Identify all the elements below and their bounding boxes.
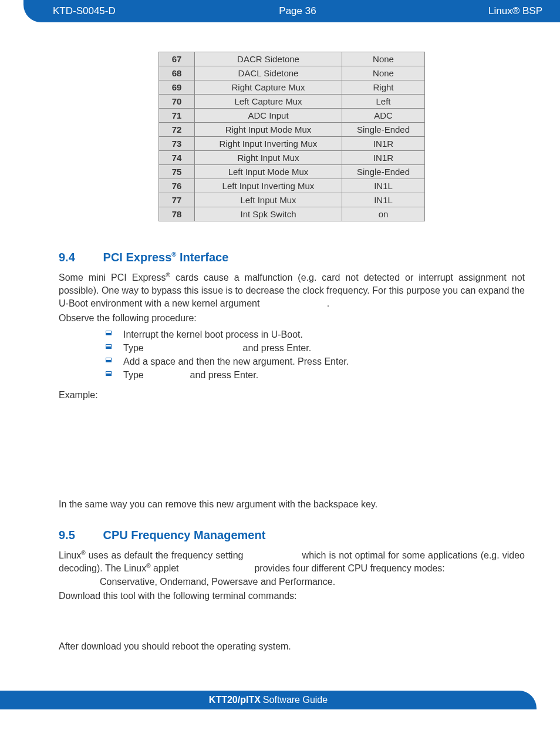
example-label: Example:	[59, 389, 525, 402]
row-name: Left Input Mode Mux	[195, 165, 342, 179]
row-value: Single-Ended	[342, 165, 425, 179]
row-name: Left Capture Mux	[195, 95, 342, 109]
register-table: 67DACR SidetoneNone68DACL SidetoneNone69…	[158, 52, 425, 221]
row-number: 70	[159, 95, 195, 109]
cpu-modes-list: Conservative, Ondemand, Powersave and Pe…	[59, 577, 525, 587]
list-item: Type and press Enter.	[106, 341, 525, 355]
row-number: 73	[159, 137, 195, 151]
row-value: None	[342, 52, 425, 66]
row-number: 75	[159, 165, 195, 179]
row-name: Right Input Mux	[195, 151, 342, 165]
row-value: IN1R	[342, 137, 425, 151]
row-value: Right	[342, 80, 425, 95]
row-name: DACL Sidetone	[195, 66, 342, 80]
table-row: 69Right Capture MuxRight	[159, 80, 425, 95]
row-number: 69	[159, 80, 195, 95]
section-number: 9.5	[59, 529, 100, 542]
row-name: Left Input Inverting Mux	[195, 179, 342, 193]
table-row: 72Right Input Mode MuxSingle-Ended	[159, 123, 425, 137]
row-value: IN1R	[342, 151, 425, 165]
footer-bold: KTT20/pITX	[209, 695, 261, 705]
table-row: 68DACL SidetoneNone	[159, 66, 425, 80]
row-value: IN1L	[342, 179, 425, 193]
page-number: Page 36	[216, 5, 379, 17]
table-row: 71ADC InputADC	[159, 109, 425, 123]
list-item: Interrupt the kernel boot process in U-B…	[106, 328, 525, 341]
row-value: None	[342, 66, 425, 80]
row-name: Right Input Inverting Mux	[195, 137, 342, 151]
row-value: on	[342, 207, 425, 221]
table-row: 73Right Input Inverting MuxIN1R	[159, 137, 425, 151]
section-9-4-heading: 9.4 PCI Express® Interface	[59, 251, 525, 264]
sec94-paragraph-3: In the same way you can remove this new …	[59, 498, 525, 511]
example-placeholder	[59, 404, 525, 498]
sec94-paragraph-2: Observe the following procedure:	[59, 312, 525, 325]
doc-id: KTD-S0045-D	[53, 5, 216, 17]
row-value: Single-Ended	[342, 123, 425, 137]
command-placeholder	[59, 605, 525, 640]
table-row: 77Left Input MuxIN1L	[159, 193, 425, 207]
row-number: 71	[159, 109, 195, 123]
procedure-list: Interrupt the kernel boot process in U-B…	[59, 328, 525, 382]
row-name: Right Input Mode Mux	[195, 123, 342, 137]
table-row: 67DACR SidetoneNone	[159, 52, 425, 66]
page-content: 67DACR SidetoneNone68DACL SidetoneNone69…	[0, 22, 560, 673]
sec95-paragraph-1: Linux® uses as default the frequency set…	[59, 549, 525, 575]
row-number: 67	[159, 52, 195, 66]
row-name: DACR Sidetone	[195, 52, 342, 66]
list-item: Add a space and then the new argument. P…	[106, 355, 525, 368]
list-item: Type and press Enter.	[106, 368, 525, 382]
sec94-paragraph-1: Some mini PCI Express® cards cause a mal…	[59, 271, 525, 309]
table-row: 76Left Input Inverting MuxIN1L	[159, 179, 425, 193]
section-number: 9.4	[59, 251, 100, 264]
row-number: 76	[159, 179, 195, 193]
row-number: 68	[159, 66, 195, 80]
row-number: 74	[159, 151, 195, 165]
row-number: 72	[159, 123, 195, 137]
table-row: 75Left Input Mode MuxSingle-Ended	[159, 165, 425, 179]
row-value: ADC	[342, 109, 425, 123]
section-title-part-a: PCI Express	[103, 251, 172, 264]
sec95-paragraph-2: Download this tool with the following te…	[59, 590, 525, 603]
table-row: 78Int Spk Switchon	[159, 207, 425, 221]
row-name: Right Capture Mux	[195, 80, 342, 95]
section-title: CPU Frequency Management	[103, 529, 266, 541]
footer-text: Software Guide	[263, 695, 328, 705]
table-row: 70Left Capture MuxLeft	[159, 95, 425, 109]
section-title-part-b: Interface	[176, 251, 228, 264]
row-value: IN1L	[342, 193, 425, 207]
section-9-5-heading: 9.5 CPU Frequency Management	[59, 529, 525, 542]
row-number: 78	[159, 207, 195, 221]
row-name: Left Input Mux	[195, 193, 342, 207]
table-row: 74Right Input MuxIN1R	[159, 151, 425, 165]
page-header: KTD-S0045-D Page 36 Linux® BSP	[23, 0, 560, 22]
row-name: ADC Input	[195, 109, 342, 123]
row-number: 77	[159, 193, 195, 207]
row-value: Left	[342, 95, 425, 109]
doc-category: Linux® BSP	[379, 5, 542, 17]
page-footer: KTT20/pITX Software Guide	[0, 691, 537, 709]
sec95-paragraph-3: After download you should reboot the ope…	[59, 640, 525, 653]
row-name: Int Spk Switch	[195, 207, 342, 221]
